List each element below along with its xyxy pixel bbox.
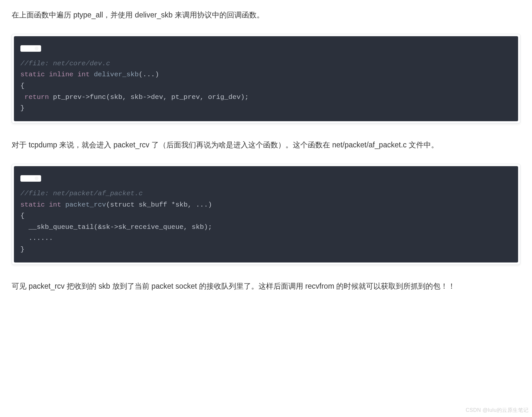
code-text: { [20, 82, 25, 90]
code-comment: //file: net/packet/af_packet.c [20, 190, 143, 197]
code-text: } [20, 104, 25, 112]
code-content: //file: net/core/dev.c static inline int… [20, 58, 512, 114]
code-text: ...... [20, 234, 53, 242]
window-dots [20, 175, 41, 182]
dot-icon [22, 176, 26, 180]
dot-icon [28, 176, 32, 180]
code-type: int [49, 201, 61, 208]
dot-icon [28, 47, 32, 50]
code-keyword: return [20, 93, 49, 101]
code-keyword: static [20, 201, 45, 208]
paragraph-3: 可见 packet_rcv 把收到的 skb 放到了当前 packet sock… [12, 279, 520, 294]
dot-icon [35, 176, 39, 180]
code-inner: //file: net/packet/af_packet.c static in… [14, 166, 518, 262]
code-text: { [20, 212, 25, 219]
dot-icon [22, 47, 26, 50]
code-type: int [77, 71, 90, 78]
code-inner: //file: net/core/dev.c static inline int… [14, 36, 518, 121]
code-function: deliver_skb [94, 71, 139, 78]
code-text: pt_prev->func(skb, skb->dev, pt_prev, or… [49, 93, 249, 101]
code-keyword: inline [49, 71, 73, 78]
paragraph-1: 在上面函数中遍历 ptype_all，并使用 deliver_skb 来调用协议… [12, 8, 520, 22]
code-content: //file: net/packet/af_packet.c static in… [20, 188, 512, 255]
dot-icon [35, 47, 39, 50]
paragraph-2: 对于 tcpdump 来说，就会进入 packet_rcv 了（后面我们再说为啥… [12, 138, 520, 152]
code-text: (struct sk_buff *skb, ...) [106, 201, 212, 208]
window-dots [20, 45, 41, 52]
code-block-1: //file: net/core/dev.c static inline int… [12, 34, 520, 123]
code-function: packet_rcv [65, 201, 106, 208]
code-text: } [20, 246, 25, 253]
code-block-2: //file: net/packet/af_packet.c static in… [12, 164, 520, 265]
code-keyword: static [20, 71, 45, 78]
code-text: __skb_queue_tail(&sk->sk_receive_queue, … [20, 223, 212, 231]
code-text: (...) [139, 71, 159, 78]
code-comment: //file: net/core/dev.c [20, 60, 110, 67]
